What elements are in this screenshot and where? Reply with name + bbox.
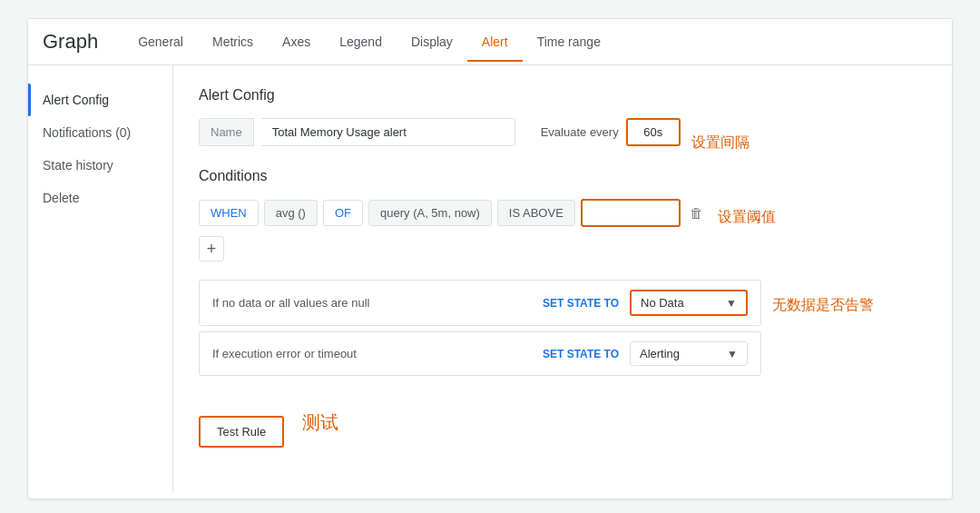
annotation-test: 测试 (302, 410, 338, 435)
annotation-threshold: 设置阈值 (718, 208, 776, 227)
tab-alert[interactable]: Alert (467, 24, 523, 62)
tab-display[interactable]: Display (397, 24, 467, 62)
alerting-dropdown-arrow: ▼ (727, 348, 738, 360)
tab-metrics[interactable]: Metrics (198, 24, 268, 62)
state-row-error: If execution error or timeout SET STATE … (199, 331, 761, 376)
conditions-row-wrap: WHEN avg () OF query (A, 5m, now) IS ABO… (199, 199, 926, 236)
no-data-select[interactable]: No Data ▼ (630, 290, 748, 316)
sidebar-item-alert-config[interactable]: Alert Config (28, 84, 172, 116)
tab-timerange[interactable]: Time range (523, 24, 615, 62)
alerting-select[interactable]: Alerting ▼ (630, 341, 748, 366)
sidebar-item-state-history[interactable]: State history (28, 149, 172, 182)
sidebar-item-delete[interactable]: Delete (28, 182, 172, 214)
of-pill[interactable]: OF (323, 200, 363, 226)
conditions-row: WHEN avg () OF query (A, 5m, now) IS ABO… (199, 199, 707, 227)
state-row-no-data: If no data or all values are null SET ST… (199, 280, 761, 326)
panel-title: Graph (43, 19, 116, 64)
graph-panel: Graph General Metrics Axes Legend Displa… (27, 18, 953, 499)
sidebar: Alert Config Notifications (0) State his… (28, 65, 173, 492)
evaluate-input[interactable] (626, 118, 681, 146)
alerting-value: Alerting (640, 347, 720, 360)
when-pill[interactable]: WHEN (199, 200, 259, 226)
annotation-no-data: 无数据是否告警 (772, 296, 874, 315)
set-state-label-0: SET STATE TO (543, 297, 619, 310)
tab-general[interactable]: General (123, 24, 198, 62)
name-value: Total Memory Usage alert (261, 118, 515, 146)
plus-row: + (199, 236, 926, 261)
test-rule-button[interactable]: Test Rule (199, 416, 284, 448)
panel-header: Graph General Metrics Axes Legend Displa… (28, 19, 952, 65)
annotation-evaluate: 设置间隔 (691, 133, 750, 153)
alert-config-row: Name Total Memory Usage alert Evaluate e… (199, 118, 926, 168)
no-data-dropdown-arrow: ▼ (726, 297, 737, 310)
evaluate-label: Evaluate every (541, 125, 619, 139)
conditions-section: Conditions WHEN avg () OF query (A, 5m, … (199, 168, 926, 261)
set-state-label-1: SET STATE TO (543, 348, 619, 360)
threshold-input[interactable] (581, 199, 681, 227)
name-label: Name (199, 118, 254, 146)
error-text: If execution error or timeout (212, 347, 532, 360)
state-row-error-wrap: If execution error or timeout SET STATE … (199, 331, 926, 381)
alert-config-title: Alert Config (199, 87, 926, 104)
name-row: Name Total Memory Usage alert Evaluate e… (199, 118, 681, 146)
state-section: If no data or all values are null SET ST… (199, 280, 926, 381)
main-content: Alert Config Name Total Memory Usage ale… (173, 65, 952, 492)
no-data-text: If no data or all values are null (212, 296, 532, 310)
no-data-value: No Data (641, 296, 719, 310)
test-rule-row: Test Rule 测试 (199, 398, 926, 448)
is-above-pill[interactable]: IS ABOVE (497, 200, 575, 226)
func-pill[interactable]: avg () (264, 200, 318, 226)
sidebar-item-notifications[interactable]: Notifications (0) (28, 116, 172, 149)
panel-body: Alert Config Notifications (0) State his… (28, 65, 952, 492)
trash-icon[interactable]: 🗑 (686, 202, 707, 224)
tab-axes[interactable]: Axes (268, 24, 325, 62)
state-row-no-data-wrap: If no data or all values are null SET ST… (199, 280, 926, 331)
conditions-title: Conditions (199, 168, 926, 184)
add-condition-button[interactable]: + (199, 236, 224, 261)
tab-legend[interactable]: Legend (325, 24, 397, 62)
query-pill[interactable]: query (A, 5m, now) (368, 200, 492, 226)
